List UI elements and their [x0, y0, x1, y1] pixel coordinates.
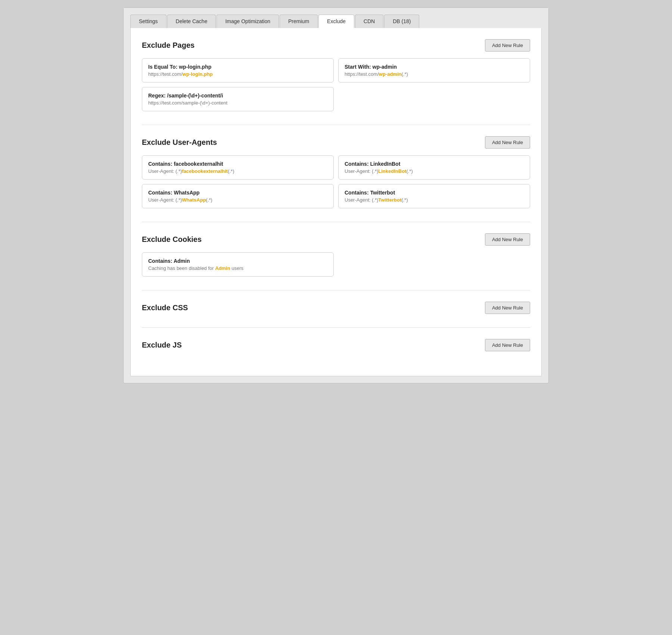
tab-image-optimization[interactable]: Image Optimization [217, 15, 279, 28]
section-exclude-pages: Exclude PagesAdd New RuleIs Equal To: wp… [142, 39, 530, 111]
rule-highlight: wp-login.php [183, 71, 213, 77]
section-exclude-user-agents: Exclude User-AgentsAdd New RuleContains:… [142, 136, 530, 208]
rule-title: Contains: LinkedInBot [345, 161, 524, 167]
rules-grid-exclude-cookies: Contains: AdminCaching has been disabled… [142, 252, 530, 277]
section-header-exclude-js: Exclude JSAdd New Rule [142, 339, 530, 351]
tab-bar: SettingsDelete CacheImage OptimizationPr… [124, 8, 548, 28]
rule-description: User-Agent: (.*)LinkedInBot(.*) [345, 168, 524, 174]
rule-card: Is Equal To: wp-login.phphttps://test.co… [142, 58, 334, 83]
rule-card: Contains: LinkedInBotUser-Agent: (.*)Lin… [338, 155, 530, 180]
section-divider [142, 290, 530, 290]
rule-highlight: facebookexternalhit [182, 168, 228, 174]
section-exclude-cookies: Exclude CookiesAdd New RuleContains: Adm… [142, 233, 530, 277]
add-rule-button-exclude-js[interactable]: Add New Rule [485, 339, 530, 351]
section-divider [142, 327, 530, 328]
section-header-exclude-css: Exclude CSSAdd New Rule [142, 302, 530, 314]
add-rule-button-exclude-user-agents[interactable]: Add New Rule [485, 136, 530, 149]
rule-title: Contains: Admin [148, 258, 327, 264]
rule-title: Contains: WhatsApp [148, 190, 327, 196]
tab-premium[interactable]: Premium [280, 15, 318, 28]
rule-title: Start With: wp-admin [345, 64, 524, 70]
rule-title: Contains: Twitterbot [345, 190, 524, 196]
section-divider [142, 222, 530, 222]
rule-description: https://test.com/wp-admin(.*) [345, 71, 524, 77]
rule-card: Contains: TwitterbotUser-Agent: (.*)Twit… [338, 184, 530, 208]
rule-highlight: Admin [215, 265, 230, 271]
section-header-exclude-pages: Exclude PagesAdd New Rule [142, 39, 530, 52]
section-header-exclude-cookies: Exclude CookiesAdd New Rule [142, 233, 530, 246]
tab-settings[interactable]: Settings [130, 15, 167, 28]
rule-description: https://test.com/sample-(\d+)-content [148, 100, 327, 106]
section-title-exclude-css: Exclude CSS [142, 304, 188, 312]
section-header-exclude-user-agents: Exclude User-AgentsAdd New Rule [142, 136, 530, 149]
rule-card: Regex: /sample-(\d+)-content/ihttps://te… [142, 87, 334, 111]
rule-title: Is Equal To: wp-login.php [148, 64, 327, 70]
rule-description: https://test.com/wp-login.php [148, 71, 327, 77]
rule-highlight: wp-admin [379, 71, 402, 77]
section-title-exclude-user-agents: Exclude User-Agents [142, 138, 217, 147]
rule-highlight: Twitterbot [378, 197, 401, 203]
tab-delete-cache[interactable]: Delete Cache [167, 15, 216, 28]
section-divider [142, 125, 530, 125]
tab-db-18[interactable]: DB (18) [384, 15, 419, 28]
rule-card: Start With: wp-adminhttps://test.com/wp-… [338, 58, 530, 83]
main-container: SettingsDelete CacheImage OptimizationPr… [123, 7, 549, 383]
add-rule-button-exclude-pages[interactable]: Add New Rule [485, 39, 530, 52]
rule-title: Regex: /sample-(\d+)-content/i [148, 93, 327, 99]
rules-grid-exclude-user-agents: Contains: facebookexternalhitUser-Agent:… [142, 155, 530, 208]
add-rule-button-exclude-css[interactable]: Add New Rule [485, 302, 530, 314]
rule-highlight: WhatsApp [182, 197, 206, 203]
tab-exclude[interactable]: Exclude [318, 15, 354, 28]
rule-description: User-Agent: (.*)facebookexternalhit(.*) [148, 168, 327, 174]
rule-card: Contains: facebookexternalhitUser-Agent:… [142, 155, 334, 180]
rule-description: User-Agent: (.*)Twitterbot(.*) [345, 197, 524, 203]
rule-description: Caching has been disabled for Admin user… [148, 265, 327, 271]
section-title-exclude-cookies: Exclude Cookies [142, 235, 202, 244]
rule-card: Contains: WhatsAppUser-Agent: (.*)WhatsA… [142, 184, 334, 208]
rule-card: Contains: AdminCaching has been disabled… [142, 252, 334, 277]
rule-title: Contains: facebookexternalhit [148, 161, 327, 167]
section-title-exclude-js: Exclude JS [142, 341, 182, 349]
main-content: Exclude PagesAdd New RuleIs Equal To: wp… [130, 28, 542, 376]
tab-cdn[interactable]: CDN [355, 15, 383, 28]
section-exclude-js: Exclude JSAdd New Rule [142, 339, 530, 351]
rule-description: User-Agent: (.*)WhatsApp(.*) [148, 197, 327, 203]
section-exclude-css: Exclude CSSAdd New Rule [142, 302, 530, 314]
section-title-exclude-pages: Exclude Pages [142, 41, 195, 50]
rule-highlight: LinkedInBot [378, 168, 406, 174]
add-rule-button-exclude-cookies[interactable]: Add New Rule [485, 233, 530, 246]
rules-grid-exclude-pages: Is Equal To: wp-login.phphttps://test.co… [142, 58, 530, 111]
